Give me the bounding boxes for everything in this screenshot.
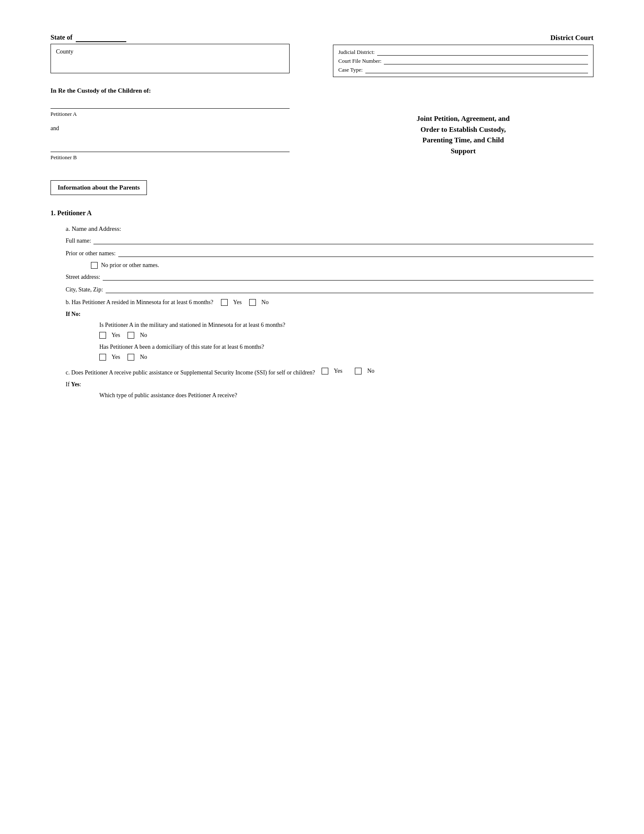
petitioner-a-underline: [51, 101, 290, 109]
mn-residence-no-checkbox[interactable]: [249, 299, 256, 306]
state-of-label: State of: [51, 34, 72, 41]
title-line-1: Joint Petition, Agreement, and: [417, 113, 510, 124]
header-section: State of County District Court Judicial …: [51, 34, 593, 77]
title-line-3: Parenting Time, and Child: [417, 135, 510, 146]
two-col-layout: Petitioner A and Petitioner B Joint Peti…: [51, 101, 593, 168]
prior-names-label: Prior or other names:: [66, 250, 116, 257]
court-file-number-value[interactable]: [384, 57, 588, 64]
judicial-district-value[interactable]: [377, 48, 588, 56]
if-no-label: If No:: [66, 311, 593, 318]
subsection-a-label: a. Name and Address:: [66, 225, 593, 233]
court-file-number-label: Court File Number:: [338, 58, 382, 64]
city-state-zip-row: City, State, Zip:: [66, 286, 593, 293]
military-no-label: No: [140, 332, 147, 339]
subsection-b: b. Has Petitioner A resided in Minnesota…: [66, 299, 593, 361]
which-type-block: Which type of public assistance does Pet…: [99, 392, 593, 399]
domiciliary-no-label: No: [140, 354, 147, 361]
military-yes-checkbox[interactable]: [99, 332, 106, 339]
c-question-block: c. Does Petitioner A receive public assi…: [66, 366, 593, 377]
petitioner-b-underline: [51, 144, 290, 152]
judicial-district-label: Judicial District:: [338, 49, 375, 56]
case-type-label: Case Type:: [338, 67, 363, 73]
petitioner-b-block: Petitioner B: [51, 144, 290, 161]
which-type-text: Which type of public assistance does Pet…: [99, 392, 237, 398]
mn-residence-yes-no: Yes No: [221, 299, 269, 306]
c-no-checkbox[interactable]: [355, 368, 362, 374]
street-address-label: Street address:: [66, 274, 100, 281]
city-state-zip-label: City, State, Zip:: [66, 286, 103, 293]
petitioner-a-block: Petitioner A: [51, 101, 290, 118]
domiciliary-no-option: No: [128, 354, 147, 361]
domiciliary-yes-label: Yes: [112, 354, 120, 361]
domiciliary-question-block: Has Petitioner A been a domiciliary of t…: [99, 344, 593, 361]
county-label: County: [56, 48, 73, 55]
petitioner-a-label: Petitioner A: [51, 111, 77, 117]
county-box: County: [51, 44, 290, 73]
domiciliary-no-checkbox[interactable]: [128, 354, 134, 361]
military-question-block: Is Petitioner A in the military and stat…: [99, 322, 593, 339]
info-parents-label: Information about the Parents: [58, 184, 140, 191]
domiciliary-yes-no-row: Yes No: [99, 354, 593, 361]
c-question-text: c. Does Petitioner A receive public assi…: [66, 369, 315, 376]
military-question-text: Is Petitioner A in the military and stat…: [99, 322, 593, 329]
full-name-field[interactable]: [93, 237, 593, 244]
city-state-zip-field[interactable]: [106, 286, 593, 293]
if-yes-bold: Yes: [71, 381, 80, 388]
petitioner-b-label: Petitioner B: [51, 154, 77, 160]
mn-residence-yes-label: Yes: [233, 299, 242, 306]
state-of-section: State of County: [51, 34, 290, 73]
c-yes-label: Yes: [334, 366, 342, 375]
title-line-4: Support: [417, 146, 510, 157]
c-yes-checkbox[interactable]: [322, 368, 328, 374]
domiciliary-yes-checkbox[interactable]: [99, 354, 106, 361]
prior-names-row: Prior or other names:: [66, 249, 593, 257]
if-yes-label: If Yes:: [66, 381, 593, 388]
mn-residence-yes-checkbox[interactable]: [221, 299, 228, 306]
no-prior-names-row: No prior or other names.: [91, 262, 593, 269]
info-parents-box: Information about the Parents: [51, 180, 147, 195]
mn-residence-no-option: No: [249, 299, 269, 306]
joint-petition-title: Joint Petition, Agreement, and Order to …: [417, 113, 510, 156]
c-no-option: No: [355, 366, 374, 375]
subsection-a: a. Name and Address: Full name: Prior or…: [66, 225, 593, 293]
left-col: Petitioner A and Petitioner B: [51, 101, 290, 168]
in-re-text: In Re the Custody of the Children of:: [51, 87, 151, 94]
state-underline: [76, 34, 126, 42]
case-type-value[interactable]: [365, 66, 588, 73]
case-type-row: Case Type:: [338, 66, 588, 73]
street-address-row: Street address:: [66, 273, 593, 281]
in-re-section: In Re the Custody of the Children of:: [51, 87, 593, 94]
full-name-row: Full name:: [66, 237, 593, 244]
section-1-header-row: 1. Petitioner A: [51, 205, 593, 223]
state-of-line: State of: [51, 34, 290, 42]
domiciliary-yes-option: Yes: [99, 354, 120, 361]
court-file-number-row: Court File Number:: [338, 57, 588, 64]
judicial-district-row: Judicial District:: [338, 48, 588, 56]
district-court-title: District Court: [551, 34, 593, 42]
c-yes-option: Yes: [322, 366, 342, 375]
domiciliary-question-text: Has Petitioner A been a domiciliary of t…: [99, 344, 593, 350]
full-name-label: Full name:: [66, 238, 91, 244]
mn-residence-yes-option: Yes: [221, 299, 242, 306]
military-yes-option: Yes: [99, 332, 120, 339]
military-yes-no-row: Yes No: [99, 332, 593, 339]
section-1: 1. Petitioner A a. Name and Address: Ful…: [51, 205, 593, 399]
c-yes-no: Yes No: [322, 366, 375, 375]
no-prior-names-checkbox[interactable]: [91, 262, 98, 269]
c-no-label: No: [367, 366, 374, 375]
military-yes-label: Yes: [112, 332, 120, 339]
mn-residence-question: b. Has Petitioner A resided in Minnesota…: [66, 299, 213, 306]
right-col: Joint Petition, Agreement, and Order to …: [333, 101, 593, 168]
military-no-option: No: [128, 332, 147, 339]
military-no-checkbox[interactable]: [128, 332, 134, 339]
title-line-2: Order to Establish Custody,: [417, 124, 510, 135]
no-prior-names-text: No prior or other names.: [101, 262, 159, 269]
mn-residence-row: b. Has Petitioner A resided in Minnesota…: [66, 299, 593, 306]
prior-names-field[interactable]: [118, 249, 593, 257]
subsection-c: c. Does Petitioner A receive public assi…: [66, 366, 593, 399]
and-text: and: [51, 125, 290, 132]
section-1-header: 1. Petitioner A: [51, 209, 92, 217]
mn-residence-no-label: No: [261, 299, 269, 306]
district-court-section: District Court Judicial District: Court …: [333, 34, 593, 77]
street-address-field[interactable]: [103, 273, 593, 281]
